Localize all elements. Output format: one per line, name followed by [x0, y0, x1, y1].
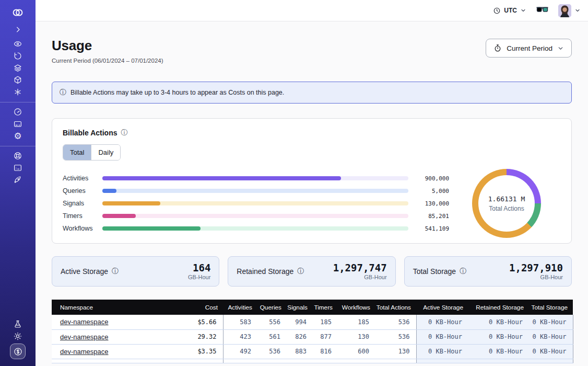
storage-cards-row: Active Storage ⓘ 164 GB-Hour Retained St…: [52, 256, 572, 287]
timezone-selector[interactable]: UTC: [493, 7, 526, 15]
gauge-icon[interactable]: [0, 106, 36, 118]
storage-card-unit: GB-Hour: [188, 274, 210, 280]
active-storage-card: Active Storage ⓘ 164 GB-Hour: [52, 256, 219, 287]
table-header-row: Namespace Cost Activities Queries Signal…: [52, 300, 573, 315]
current-period-subtitle: Current Period (06/01/2024 – 07/01/2024): [52, 58, 163, 64]
cell-timers: 185: [313, 315, 338, 329]
billable-actions-card: Billable Actions ⓘ Total Daily Activitie…: [52, 118, 572, 244]
cell-signals: 994: [287, 315, 313, 329]
sunglasses-icon[interactable]: [536, 7, 548, 14]
rocket-icon[interactable]: [0, 174, 36, 186]
donut-column: 1.66131 M Total Actions: [452, 169, 561, 238]
table-row: dev-namespace $5.66 583 556 994 185 185 …: [52, 315, 573, 329]
col-header-total-storage: Total Storage: [529, 300, 573, 315]
sidebar-divider: [0, 102, 36, 102]
cell-active-storage: 0 KB-Hour: [416, 344, 468, 359]
storage-card-label-text: Retained Storage: [237, 267, 293, 276]
table-row-partial: [52, 359, 573, 363]
donut-center: 1.66131 M Total Actions: [478, 175, 535, 232]
bar-fill: [102, 176, 341, 180]
namespace-link[interactable]: dev-namespace: [60, 348, 109, 356]
cell-workflows: 185: [338, 315, 375, 329]
bar-track: [102, 201, 408, 205]
cell-total-storage: 0 KB-Hour: [529, 344, 573, 359]
bar-label: Activities: [63, 175, 102, 182]
info-icon[interactable]: ⓘ: [297, 267, 304, 276]
info-icon[interactable]: ⓘ: [121, 128, 128, 138]
tab-total[interactable]: Total: [63, 145, 91, 160]
support-lifebuoy-icon[interactable]: [0, 150, 36, 162]
bar-label: Workflows: [63, 225, 102, 232]
sidebar-divider: [0, 146, 36, 146]
cell-workflows: 600: [338, 344, 375, 359]
billable-actions-title-text: Billable Actions: [63, 129, 117, 137]
bar-row-activities: Activities 900,000: [63, 172, 449, 185]
cell-retained-storage: 0 KB-Hour: [468, 329, 529, 344]
table-row: dev-namespace $3.35 492 536 883 816 600 …: [52, 344, 573, 359]
cell-activities: 423: [223, 329, 257, 344]
total-actions-value: 1.66131 M: [488, 195, 525, 203]
billing-card-icon[interactable]: [0, 118, 36, 130]
cell-workflows: 130: [338, 329, 375, 344]
total-actions-label: Total Actions: [489, 205, 524, 212]
period-selector-button[interactable]: Current Period: [486, 39, 572, 58]
settings-gear-icon[interactable]: ⚙: [0, 130, 36, 142]
temporal-logo-icon[interactable]: [11, 6, 24, 19]
col-header-signals: Signals: [287, 300, 313, 315]
info-icon[interactable]: ⓘ: [112, 267, 119, 276]
stopwatch-icon: [493, 44, 502, 52]
history-clock-icon[interactable]: [0, 50, 36, 62]
bar-row-timers: Timers 85,201: [63, 210, 449, 222]
chevron-down-icon: [557, 45, 564, 52]
timezone-label: UTC: [504, 7, 517, 14]
cell-timers: 877: [313, 329, 338, 344]
layers-icon[interactable]: [0, 62, 36, 74]
clock-icon: [493, 7, 501, 15]
cell-total-storage: 0 KB-Hour: [529, 329, 573, 344]
bar-fill: [102, 201, 160, 205]
eye-icon[interactable]: [0, 38, 36, 50]
bar-row-queries: Queries 5,000: [63, 185, 449, 197]
chevron-down-icon: [520, 7, 526, 14]
storage-card-value: 1,297,910: [509, 262, 563, 274]
info-icon[interactable]: ⓘ: [460, 267, 466, 276]
storage-card-value: 164: [188, 262, 210, 274]
asterisk-icon[interactable]: [0, 86, 36, 98]
info-icon: ⓘ: [60, 88, 66, 97]
tab-daily[interactable]: Daily: [91, 145, 120, 160]
terminal-icon[interactable]: [0, 162, 36, 174]
bar-chart: Activities 900,000 Queries 5,000 Signals…: [63, 172, 452, 235]
namespace-link[interactable]: dev-namespace: [60, 333, 109, 341]
col-header-namespace: Namespace: [52, 300, 177, 315]
namespace-usage-table: Namespace Cost Activities Queries Signal…: [52, 300, 573, 363]
namespace-link[interactable]: dev-namespace: [60, 318, 109, 326]
bar-fill: [102, 226, 201, 231]
theme-sun-icon[interactable]: [0, 330, 36, 342]
col-header-workflows: Workflows: [338, 300, 375, 315]
cell-cost: $5.66: [177, 315, 223, 329]
storage-card-unit: GB-Hour: [509, 274, 563, 280]
bar-label: Timers: [63, 212, 102, 220]
bar-track: [102, 226, 408, 231]
bar-fill: [102, 189, 116, 193]
cube-icon[interactable]: [0, 74, 36, 86]
storage-card-label-text: Active Storage: [61, 267, 108, 276]
billable-actions-title: Billable Actions ⓘ: [63, 128, 561, 138]
account-menu[interactable]: [558, 4, 581, 17]
cell-total-actions: 130: [375, 344, 416, 359]
sidebar: ⚙: [0, 0, 36, 366]
cell-active-storage: 0 KB-Hour: [416, 315, 468, 329]
sidebar-expand-chevron-icon[interactable]: [0, 24, 36, 35]
lab-flask-icon[interactable]: [0, 318, 36, 330]
chevron-down-icon: [574, 7, 581, 14]
cell-timers: 816: [313, 344, 338, 359]
col-header-active-storage: Active Storage: [416, 300, 468, 315]
bar-value: 85,201: [415, 213, 449, 220]
bar-value: 130,000: [415, 200, 449, 207]
table-row: dev-namespace 29.32 423 561 826 877 130 …: [52, 329, 573, 344]
usage-dollar-icon[interactable]: [10, 344, 26, 359]
col-header-timers: Timers: [313, 300, 338, 315]
cell-active-storage: 0 KB-Hour: [416, 329, 468, 344]
col-header-activities: Activities: [223, 300, 257, 315]
total-actions-donut: 1.66131 M Total Actions: [472, 169, 541, 238]
